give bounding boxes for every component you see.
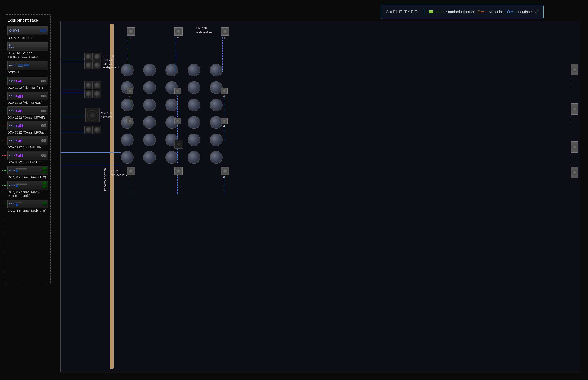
sub-line-center (177, 149, 178, 163)
legend-label-loudspeaker: Loudspeaker (518, 10, 538, 14)
main-diagram: Perforated screen RSC -112,RSB-212,RBK-1… (60, 21, 580, 372)
ethernet-plug-icon (429, 10, 433, 13)
arch-line-1-2 (130, 125, 130, 140)
device-label-dca1222-center: DCA 1222 (Center MF/HF) (7, 116, 48, 119)
loudspeaker-line-icon (507, 10, 516, 14)
amp-indicator-1 (16, 80, 18, 82)
amp-brand-4: Q-SYS (9, 125, 15, 127)
cxq-controls-3 (16, 202, 42, 206)
amp-indicator-2 (16, 95, 18, 97)
legend-label-ethernet: Standard Ethernet (446, 10, 474, 14)
amp-ports-3 (22, 110, 46, 112)
amp-bars-2 (19, 94, 23, 97)
green-connector-cxq3 (2, 204, 7, 204)
amp-bars-6 (19, 154, 23, 157)
legend-item-mic: Mic / Line (477, 10, 504, 14)
amp-ports-2 (23, 95, 46, 97)
sb1180-cluster: SB-1180subwoofer (85, 108, 99, 122)
sb118f-label: SB-118Floudspeakers (196, 26, 213, 34)
sr8200-3: 3 (221, 167, 229, 175)
legend-title: CABLE TYPE (386, 10, 418, 14)
right-wall-sp-3 (571, 141, 578, 152)
sr8200-line-3 (224, 175, 224, 194)
cxq-output-indicators-2 (43, 182, 46, 189)
sr8200-label: SR-8200loudspeakers (110, 169, 127, 177)
red-connector-dca3022r (2, 96, 7, 96)
amp-bars-4 (19, 124, 23, 127)
device-label-dcio: DCIO-H (7, 71, 48, 74)
amp-ports-6 (23, 154, 46, 156)
device-label-cxq-arch12: CX-Q 8-channel (Arch 1, 2) (7, 175, 48, 179)
amp-bars-5 (19, 139, 22, 142)
device-qsys-core: Q-SYS Q-SYS Core 110f (7, 26, 48, 40)
amp-brand-1: Q-SYS (9, 80, 15, 82)
device-dca3022-right: Q-SYS DCA 3022 (RightLF/Sub) (7, 92, 48, 105)
amp-indicator-5 (16, 140, 18, 141)
device-dca1222-right: Q-SYS DCA 1222 (Right MF/HF) (7, 76, 48, 90)
cxq-output-indicators-1 (43, 167, 46, 173)
sb118f-line-2 (176, 37, 176, 72)
device-cxq-arch12: Q-SYS (7, 166, 48, 179)
device-label-dca3022-center: DCA 3022 (Center LF/Sub) (7, 131, 48, 134)
svg-point-0 (478, 11, 480, 13)
audience-row3 (121, 99, 222, 111)
cxq-controls-1 (16, 169, 42, 172)
red-connector-dca3022l (2, 155, 7, 156)
device-label-dca1222-left: DCA 1222 (Left MF/HF) (7, 146, 48, 149)
arch-line-3-1 (224, 95, 224, 117)
sr8200-line-1 (130, 175, 130, 194)
red-connector-dca1222r (2, 81, 7, 81)
qsys-logo-2: Q-SYS (9, 44, 16, 48)
device-label-qsys-core: Q-SYS Core 110f (7, 36, 48, 40)
device-cxq-sub: Q-SYS CX-Q 4-channel (Sub, LFE) (7, 200, 48, 212)
cxq-output-indicators-3 (43, 202, 46, 205)
amp-indicator-3 (16, 110, 18, 112)
arch-line-2-2 (177, 125, 178, 140)
svg-point-2 (507, 11, 510, 13)
device-label-dca3022-left: DCA 3022 (Left LF/Sub) (7, 160, 48, 164)
device-qsys-ns: Q-SYS Q-SYS NS Series orStandard network… (7, 41, 48, 59)
arch-sp-2-row2: 2 (174, 118, 181, 124)
panel-screen-1 (40, 29, 46, 32)
device-dca1222-center: Q-SYS DCA 1222 (Center MF/HF) (7, 106, 48, 119)
amp-indicator-6 (16, 154, 18, 156)
arch-sp-2-row1: 2 (174, 88, 181, 94)
sr8200-1: 1 (127, 167, 135, 175)
sb118f-line-1 (128, 37, 128, 72)
device-dca3022-center: Q-SYS DCA 3022 (Center LF/Sub) (7, 121, 48, 134)
arch-sp-3-row2: 3 (221, 118, 228, 124)
sb118f-line-3 (222, 37, 222, 72)
rsc-label: RSC -112,RSB-212,RBK-12loudspeakers (103, 54, 119, 69)
sub-sp-center (174, 140, 183, 149)
device-cxq-arch3rear: Q-SYS (7, 181, 48, 198)
qsys-logo-3: Q-SYS (9, 64, 17, 66)
legend-item-loudspeaker: Loudspeaker (507, 10, 538, 14)
sb1180-label: SB-1180subwoofer (101, 111, 114, 119)
device-dca1222-left: Q-SYS DCA 1222 (Left MF/HF) (7, 136, 48, 149)
amp-indicator-4 (16, 125, 18, 127)
device-label-cxq-sub: CX-Q 4-channel (Sub, LFE) (7, 209, 48, 212)
amp-bars-1 (19, 79, 22, 82)
cxq-brand-1: Q-SYS (9, 169, 15, 171)
amp-brand-3: Q-SYS (9, 110, 15, 112)
legend-label-mic: Mic / Line (489, 10, 504, 14)
right-wall-sp-1 (571, 64, 578, 75)
arch-line-2-1 (177, 95, 178, 117)
arch-sp-1-row1: 1 (127, 88, 133, 94)
arch-line-3-2 (224, 125, 224, 140)
ethernet-line-icon (436, 12, 444, 12)
arch-sp-1-row2: 1 (127, 118, 133, 124)
right-sp-line-2 (571, 115, 571, 128)
right-sp-line-3 (571, 153, 571, 166)
device-dcio: Q-SYS DCIO-H (7, 61, 48, 74)
right-wall-sp-2 (571, 103, 578, 114)
audience-row1 (121, 64, 222, 76)
device-label-dca1222-right: DCA 1222 (Right MF/HF) (7, 86, 48, 90)
dcio-screen (18, 64, 23, 67)
legend-item-ethernet: Standard Ethernet (429, 10, 474, 14)
right-sp-line-1 (571, 76, 571, 88)
cxq-controls-2 (16, 183, 42, 187)
sb118f-num-3: 3 (224, 37, 225, 40)
legend-divider (424, 8, 424, 16)
amp-brand-5: Q-SYS (9, 140, 15, 141)
